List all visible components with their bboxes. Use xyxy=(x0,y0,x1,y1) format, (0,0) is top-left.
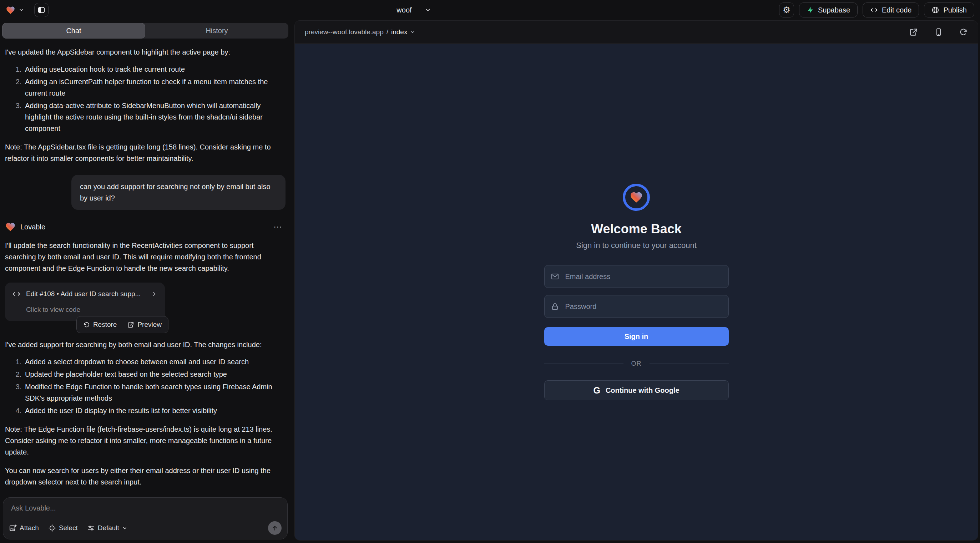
divider-line xyxy=(544,364,624,364)
chat-history-tabs: Chat History xyxy=(2,23,288,38)
password-field-wrapper xyxy=(544,295,729,318)
email-field[interactable] xyxy=(544,265,729,288)
chevron-down-icon xyxy=(19,7,24,13)
chat-panel: Chat History I've updated the AppSidebar… xyxy=(0,20,291,543)
welcome-subtitle: Sign in to continue to your account xyxy=(576,241,697,250)
send-button[interactable] xyxy=(268,521,282,535)
preview-header-actions xyxy=(909,28,968,37)
project-name: woof xyxy=(396,6,412,14)
password-field[interactable] xyxy=(544,295,729,318)
list-item: Updated the placeholder text based on th… xyxy=(24,368,285,380)
preview-url-separator: / xyxy=(387,28,388,36)
edit-code-button[interactable]: Edit code xyxy=(862,3,919,17)
google-button-label: Continue with Google xyxy=(606,386,679,395)
composer-toolbar: Attach Select Default xyxy=(9,521,282,535)
preview-header: preview--woof.lovable.app / index xyxy=(295,21,978,43)
sign-in-form: Sign in OR G Continue with Google xyxy=(544,265,729,400)
chat-input[interactable] xyxy=(9,503,282,521)
code-icon xyxy=(870,6,878,14)
list-item: Adding an isCurrentPath helper function … xyxy=(24,76,285,99)
lovable-heart-icon xyxy=(6,5,15,15)
restore-label: Restore xyxy=(93,319,117,330)
assistant-note: Note: The AppSidebar.tsx file is getting… xyxy=(5,141,285,164)
edit-card-title-row: Edit #108 • Add user ID search supp... xyxy=(12,288,158,300)
edit-card-subtitle: Click to view code xyxy=(26,304,158,315)
lovable-logo-menu[interactable] xyxy=(6,5,24,15)
chat-messages: I've updated the AppSidebar component to… xyxy=(0,38,291,493)
publish-button[interactable]: Publish xyxy=(924,3,974,17)
open-in-new-tab-button[interactable] xyxy=(909,28,918,37)
preview-url: preview--woof.lovable.app xyxy=(305,28,383,36)
welcome-title: Welcome Back xyxy=(591,222,681,237)
publish-label: Publish xyxy=(943,6,967,14)
refresh-button[interactable] xyxy=(959,28,968,37)
assistant-paragraph: I'll update the search functionality in … xyxy=(5,240,285,274)
preview-url-selector[interactable]: preview--woof.lovable.app / index xyxy=(305,28,415,36)
restore-icon xyxy=(83,321,90,328)
settings-button[interactable]: ⚙ xyxy=(779,3,794,17)
divider-label: OR xyxy=(631,360,642,367)
message-menu-icon[interactable]: ⋯ xyxy=(274,221,283,233)
list-item: Modified the Edge Function to handle bot… xyxy=(24,381,285,404)
assistant-header: Lovable ⋯ xyxy=(5,221,285,233)
attach-image-icon xyxy=(9,524,17,532)
top-bar-center: woof xyxy=(49,6,779,14)
edit-card-wrapper: Edit #108 • Add user ID search supp... C… xyxy=(5,283,165,321)
mobile-phone-icon xyxy=(934,28,943,37)
edit-card[interactable]: Edit #108 • Add user ID search supp... C… xyxy=(5,283,165,321)
restore-button[interactable]: Restore xyxy=(83,319,117,330)
chevron-down-icon xyxy=(410,30,415,35)
refresh-icon xyxy=(959,28,968,37)
assistant-note: Note: The Edge Function file (fetch-fire… xyxy=(5,424,285,458)
preview-path: index xyxy=(391,28,407,36)
lovable-heart-icon xyxy=(5,222,16,232)
top-bar-left xyxy=(6,3,49,17)
user-message-bubble: can you add support for searching not on… xyxy=(72,175,285,210)
preview-panel: preview--woof.lovable.app / index xyxy=(295,21,978,540)
list-item: Adding useLocation hook to track the cur… xyxy=(24,64,285,75)
sign-in-button[interactable]: Sign in xyxy=(544,327,729,346)
top-bar-right: ⚙ Supabase Edit code Publish xyxy=(779,3,974,17)
sliders-icon xyxy=(87,524,95,532)
chevron-down-icon xyxy=(122,526,127,531)
google-g-icon: G xyxy=(593,385,600,396)
composer: Attach Select Default xyxy=(3,497,288,540)
panel-toggle-icon xyxy=(37,6,45,14)
assistant-paragraph: You can now search for users by either t… xyxy=(5,465,285,488)
list-item: Added a select dropdown to choose betwee… xyxy=(24,356,285,367)
assistant-paragraph: I've updated the AppSidebar component to… xyxy=(5,46,285,58)
edit-code-label: Edit code xyxy=(882,6,912,14)
select-button[interactable]: Select xyxy=(48,524,78,532)
gear-icon: ⚙ xyxy=(783,6,791,14)
app-logo-badge xyxy=(623,184,650,211)
external-link-icon xyxy=(127,321,134,328)
or-divider: OR xyxy=(544,360,729,367)
mail-icon xyxy=(550,272,559,281)
assistant-name: Lovable xyxy=(20,221,45,233)
external-link-icon xyxy=(909,28,918,37)
select-target-icon xyxy=(48,524,56,532)
tab-chat[interactable]: Chat xyxy=(2,23,145,38)
list-item: Adding data-active attribute to SidebarM… xyxy=(24,100,285,134)
supabase-label: Supabase xyxy=(818,6,850,14)
arrow-up-icon xyxy=(271,524,278,532)
sidebar-toggle-button[interactable] xyxy=(34,3,49,17)
google-sign-in-button[interactable]: G Continue with Google xyxy=(544,380,729,400)
preview-button[interactable]: Preview xyxy=(127,319,162,330)
list-item: Added the user ID display in the results… xyxy=(24,405,285,416)
assistant-paragraph: I've added support for searching by both… xyxy=(5,339,285,350)
edit-card-toolbar: Restore Preview xyxy=(76,316,169,333)
mode-label: Default xyxy=(98,524,119,532)
attach-label: Attach xyxy=(20,524,39,532)
supabase-bolt-icon xyxy=(807,6,814,14)
attach-button[interactable]: Attach xyxy=(9,524,39,532)
mode-selector[interactable]: Default xyxy=(87,524,127,532)
divider-line xyxy=(649,364,729,364)
top-bar: woof ⚙ Supabase Edit code Publish xyxy=(0,0,980,20)
lock-icon xyxy=(550,302,559,311)
project-chevron-down-icon[interactable] xyxy=(425,7,431,13)
app-heart-icon xyxy=(630,191,643,204)
tab-history[interactable]: History xyxy=(145,23,288,38)
mobile-view-button[interactable] xyxy=(934,28,943,37)
supabase-button[interactable]: Supabase xyxy=(799,3,858,17)
